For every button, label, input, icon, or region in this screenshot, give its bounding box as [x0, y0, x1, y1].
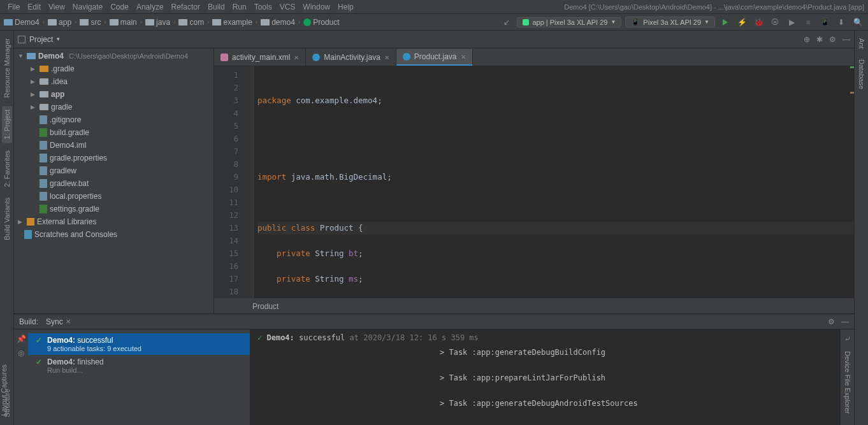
- gradle-icon: [40, 205, 47, 213]
- avd-manager-button[interactable]: 📱: [818, 16, 831, 29]
- file-icon: [40, 115, 47, 124]
- menu-vcs[interactable]: VCS: [276, 3, 300, 11]
- file-icon: [40, 179, 47, 188]
- tree-item[interactable]: ▶.idea: [14, 75, 213, 88]
- menu-code[interactable]: Code: [106, 3, 133, 11]
- folder-icon: [40, 91, 48, 97]
- menu-build[interactable]: Build: [204, 3, 229, 11]
- build-output[interactable]: Demo4: successful at 2020/3/18 12: 16 s …: [250, 329, 840, 425]
- soft-wrap-icon[interactable]: ⤶: [844, 335, 851, 343]
- run-config-selector[interactable]: app | Pixel 3a XL API 29▼: [517, 17, 621, 27]
- breadcrumb-demo4[interactable]: demo4: [261, 18, 295, 27]
- editor-tab-main-activity[interactable]: MainActivity.java✕: [306, 49, 396, 66]
- build-list-item[interactable]: Demo4: finished Run build...: [28, 355, 250, 377]
- expand-button[interactable]: ✱: [816, 35, 823, 44]
- breadcrumb-example[interactable]: example: [212, 18, 252, 27]
- close-icon[interactable]: ✕: [461, 54, 466, 61]
- file-icon: [40, 166, 47, 175]
- fold-gutter[interactable]: [245, 66, 254, 298]
- settings-gear-icon[interactable]: ⚙: [829, 35, 836, 44]
- tab-favorites[interactable]: 2: Favorites: [3, 148, 11, 189]
- play-icon: [723, 19, 728, 25]
- breadcrumb-main[interactable]: main: [110, 18, 137, 27]
- tree-item[interactable]: ▶gradle: [14, 101, 213, 113]
- build-label: Build:: [19, 317, 38, 326]
- breadcrumb-java[interactable]: java: [145, 18, 170, 27]
- breadcrumb: Demo4 › app › src › main › java › com › …: [4, 18, 498, 27]
- editor-minimap[interactable]: [850, 66, 854, 298]
- editor-tab-product[interactable]: Product.java✕: [396, 49, 473, 66]
- breadcrumb-root[interactable]: Demo4: [4, 18, 40, 27]
- tree-item[interactable]: gradlew.bat: [14, 177, 213, 190]
- sync-project-button[interactable]: ↙: [500, 16, 513, 29]
- tree-item[interactable]: settings.gradle: [14, 203, 213, 215]
- tab-resource-manager[interactable]: Resource Manager: [3, 36, 11, 101]
- scratches-icon: [24, 230, 32, 239]
- code-content[interactable]: package com.example.demo4; import java.m…: [254, 66, 854, 298]
- tab-device-file-explorer[interactable]: Device File Explorer: [844, 349, 851, 416]
- tree-item[interactable]: local.properties: [14, 190, 213, 203]
- target-icon[interactable]: ◎: [18, 349, 24, 357]
- debug-button[interactable]: 🐞: [752, 16, 765, 29]
- menu-file[interactable]: File: [4, 3, 24, 11]
- tree-item[interactable]: ▶.gradle: [14, 62, 213, 75]
- tab-ant[interactable]: Ant: [858, 36, 865, 52]
- close-icon[interactable]: ✕: [384, 54, 389, 61]
- tab-database[interactable]: Database: [858, 57, 865, 92]
- pin-icon[interactable]: 📌: [17, 335, 26, 343]
- project-tree[interactable]: ▼ Demo4C:\Users\gao\Desktop\Android\Demo…: [14, 48, 214, 313]
- menu-edit[interactable]: Edit: [24, 3, 45, 11]
- menu-window[interactable]: Window: [299, 3, 334, 11]
- java-icon: [312, 54, 320, 61]
- build-task-output: > Task :app:generateDebugBuildConfig > T…: [440, 333, 638, 425]
- tree-item[interactable]: gradlew: [14, 164, 213, 177]
- search-everywhere-button[interactable]: 🔍: [851, 16, 864, 29]
- menu-run[interactable]: Run: [229, 3, 250, 11]
- breadcrumb-src[interactable]: src: [80, 18, 101, 27]
- file-icon: [40, 154, 47, 162]
- tab-build-variants[interactable]: Build Variants: [3, 195, 11, 243]
- attach-button[interactable]: ▶: [785, 16, 798, 29]
- tree-scratches[interactable]: Scratches and Consoles: [14, 228, 213, 241]
- tab-layout-captures[interactable]: Layout Captures: [0, 362, 8, 419]
- menu-analyze[interactable]: Analyze: [133, 3, 168, 11]
- device-selector[interactable]: 📱 Pixel 3a XL API 29▼: [625, 17, 715, 27]
- menu-refactor[interactable]: Refactor: [168, 3, 204, 11]
- build-sync-tab[interactable]: Sync ✕: [46, 317, 71, 326]
- build-list-item[interactable]: Demo4: successful 9 actionable tasks: 9 …: [28, 333, 250, 355]
- class-icon: [303, 18, 311, 26]
- tree-item[interactable]: ▶app: [14, 88, 213, 101]
- tree-ext-libs[interactable]: ▶External Libraries: [14, 215, 213, 228]
- window-title: Demo4 [C:\Users\gao\Desktop\Android\Demo…: [564, 3, 864, 11]
- tree-item[interactable]: build.gradle: [14, 126, 213, 139]
- menu-help[interactable]: Help: [334, 3, 358, 11]
- menu-tools[interactable]: Tools: [250, 3, 276, 11]
- stop-button[interactable]: ■: [802, 16, 814, 29]
- menu-navigate[interactable]: Navigate: [69, 3, 106, 11]
- right-tool-gutter: Ant Database: [854, 31, 868, 425]
- apply-changes-button[interactable]: ⚡: [735, 16, 748, 29]
- breadcrumb-com[interactable]: com: [178, 18, 204, 27]
- tree-item[interactable]: Demo4.iml: [14, 139, 213, 152]
- build-history-list[interactable]: Demo4: successful 9 actionable tasks: 9 …: [28, 329, 250, 425]
- hide-button[interactable]: —: [843, 35, 850, 44]
- hide-button[interactable]: —: [841, 317, 849, 326]
- editor-tab-activity-main[interactable]: activity_main.xml✕: [214, 49, 306, 66]
- close-icon[interactable]: ✕: [294, 54, 299, 61]
- project-view-selector[interactable]: Project ▼: [29, 35, 61, 44]
- profile-button[interactable]: ⦿: [769, 16, 781, 29]
- tab-project[interactable]: 1: Project: [2, 106, 12, 143]
- menu-view[interactable]: View: [45, 3, 69, 11]
- tree-root[interactable]: ▼ Demo4C:\Users\gao\Desktop\Android\Demo…: [14, 50, 213, 62]
- breadcrumb-app[interactable]: app: [48, 18, 71, 27]
- code-editor[interactable]: 12345678910111213141516171819 package co…: [214, 66, 854, 298]
- sdk-manager-button[interactable]: ⬇: [835, 16, 848, 29]
- breadcrumb-class[interactable]: Product: [303, 18, 339, 27]
- tree-item[interactable]: .gitignore: [14, 113, 213, 126]
- editor-breadcrumb[interactable]: Product: [214, 298, 854, 313]
- run-button[interactable]: [719, 16, 732, 29]
- locate-button[interactable]: ⊕: [804, 35, 810, 44]
- settings-gear-icon[interactable]: ⚙: [828, 317, 835, 326]
- tree-item[interactable]: gradle.properties: [14, 152, 213, 164]
- build-right-gutter: ⤶ Device File Explorer: [840, 329, 854, 425]
